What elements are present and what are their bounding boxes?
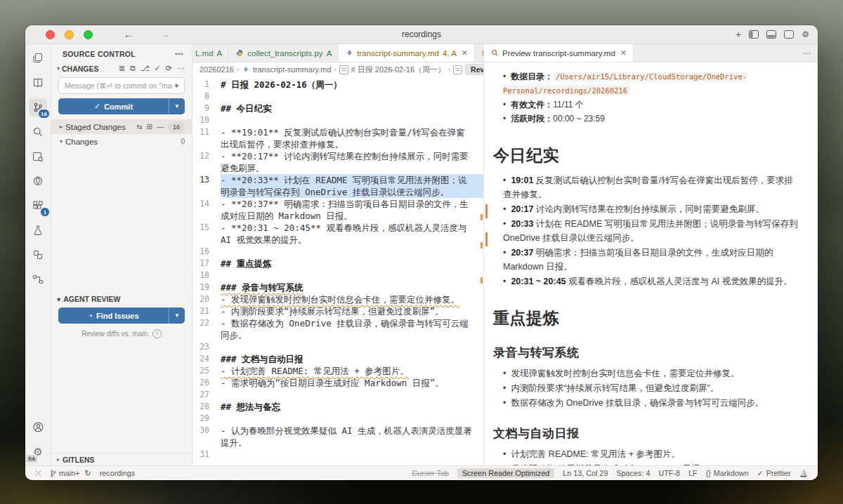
toggle-primary-sidebar-icon[interactable] <box>749 30 759 39</box>
line-text[interactable]: ### 文档与自动日报 <box>221 353 483 365</box>
editor-line[interactable]: 9## 今日纪实 <box>192 102 483 114</box>
statusbar-item-markdown[interactable]: {}Markdown <box>702 466 753 480</box>
breadcrumb-file[interactable]: transcript-summary.md <box>253 65 332 74</box>
line-number[interactable]: 27 <box>192 389 221 401</box>
open-editors-preview-icon[interactable] <box>29 147 47 166</box>
editor-line[interactable]: 29 <box>192 413 483 425</box>
breadcrumb-folder[interactable]: 20260216 <box>200 65 234 74</box>
extensions-icon[interactable]: 1 <box>29 197 47 215</box>
line-text[interactable]: ## 重点提炼 <box>221 258 483 270</box>
open-changes-icon[interactable]: ⧉ <box>130 64 136 73</box>
line-number[interactable]: 30 <box>192 425 221 437</box>
tab-transcript-summary[interactable]: transcript-summary.md 4, A ✕ <box>339 44 475 62</box>
editor-line[interactable]: 14- **20:37** 明确需求：扫描当前项目各日期目录的文件，生成对应日期… <box>192 198 483 222</box>
line-text[interactable]: - 内测阶段要求“持续展示转写结果，但避免过度刷屏”。 <box>221 305 483 317</box>
line-number[interactable]: 28 <box>192 401 221 413</box>
notifications-bell-icon[interactable]: 🔔 <box>795 466 812 480</box>
commit-dropdown-button[interactable]: ▼ <box>169 98 185 114</box>
statusbar-item-prettier[interactable]: ✓Prettier <box>753 466 795 480</box>
editor-line[interactable]: 18 <box>192 270 483 281</box>
editor-line[interactable]: 12- **20:17** 讨论内测转写结果在控制台持续展示，同时需要避免刷屏。 <box>192 150 483 174</box>
line-text[interactable]: - 认为春晚部分视觉效果疑似 AI 生成，机器人表演灵活度显著提升。 <box>221 425 483 449</box>
editor-line[interactable]: 22- 数据存储改为 OneDrive 挂载目录，确保录音与转写可云端同步。 <box>192 317 483 341</box>
line-number[interactable]: 13 <box>192 174 221 186</box>
statusbar-item-cursor-tab[interactable]: Cursor Tab <box>407 466 453 480</box>
openai-chat-icon[interactable] <box>29 172 47 190</box>
git-branch-status[interactable]: main+ ↻ <box>46 466 96 480</box>
line-number[interactable]: 20 <box>192 293 221 305</box>
editor-line[interactable]: 16 <box>192 246 483 258</box>
line-text[interactable]: - 计划完善 README: 常见用法 + 参考图片。 <box>221 365 483 377</box>
editor-content[interactable]: 1# 日报 2026-02-16（周一）89## 今日纪实1011- **19:… <box>192 77 483 465</box>
line-text[interactable]: - **20:17** 讨论内测转写结果在控制台持续展示，同时需要避免刷屏。 <box>221 150 483 174</box>
editor-line[interactable]: 26- 需求明确为“按日期目录生成对应 Markdown 日报”。 <box>192 377 483 389</box>
remote-indicator[interactable]: ⤫ <box>31 466 46 480</box>
markdown-preview-content[interactable]: 数据目录：/Users/air15/Library/CloudStorage/O… <box>484 62 818 465</box>
line-text[interactable]: ## 想法与备忘 <box>221 401 483 413</box>
commit-graph-icon[interactable]: ⎇ <box>140 64 150 73</box>
line-number[interactable]: 12 <box>192 150 221 162</box>
editor-line[interactable]: 20- 发现弹窗触发时控制台实时信息会卡住，需要定位并修复。 <box>192 293 483 305</box>
layout-settings-gear-icon[interactable]: ⚙ <box>802 29 809 39</box>
search-icon[interactable] <box>29 123 47 141</box>
line-number[interactable]: 8 <box>192 91 221 102</box>
view-as-list-icon[interactable]: ≣ <box>119 64 125 73</box>
editor-line[interactable]: 1# 日报 2026-02-16（周一） <box>192 79 483 91</box>
line-text[interactable]: ## 今日纪实 <box>221 102 483 114</box>
tab-lmd[interactable]: L.md A <box>192 44 229 62</box>
review-next-file-button[interactable]: Review Next File <box>465 64 483 75</box>
line-number[interactable]: 24 <box>192 353 221 365</box>
statusbar-item-ln-13-col-29[interactable]: Ln 13, Col 29 <box>558 466 612 480</box>
statusbar-item-utf-8[interactable]: UTF-8 <box>654 466 684 480</box>
editor-line[interactable]: 23 <box>192 341 483 353</box>
workflow-icon[interactable] <box>29 270 47 289</box>
line-text[interactable]: - **19:01** 反复测试后确认控制台实时音量/转写会在弹窗出现后暂停，要… <box>221 126 483 150</box>
agent-review-header[interactable]: ▾ AGENT REVIEW <box>51 295 192 307</box>
line-text[interactable]: - **20:33** 计划在 README 写明项目常见用法并附图；说明录音与… <box>221 174 483 198</box>
refresh-icon[interactable]: ⟳ <box>166 64 172 73</box>
close-tab-icon[interactable]: ✕ <box>620 48 627 58</box>
line-text[interactable]: ### 录音与转写系统 <box>221 281 483 293</box>
line-text[interactable]: - 发现弹窗触发时控制台实时信息会卡住，需要定位并修复。 <box>221 293 483 305</box>
statusbar-item-screen-reader-optimized[interactable]: Screen Reader Optimized <box>453 466 558 480</box>
line-number[interactable]: 25 <box>192 365 221 377</box>
editor-line[interactable]: 19### 录音与转写系统 <box>192 281 483 293</box>
unstage-all-icon[interactable]: ⇆ <box>136 123 142 131</box>
line-number[interactable]: 16 <box>192 246 221 258</box>
preview-more-actions-icon[interactable]: ⋯ <box>802 48 811 58</box>
stash-icon[interactable]: ⊞ <box>147 123 152 131</box>
line-text[interactable]: - **20:31 ~ 20:45** 观看春晚片段，感叹机器人灵活度与 AI … <box>221 222 483 246</box>
editor-line[interactable]: 25- 计划完善 README: 常见用法 + 参考图片。 <box>192 365 483 377</box>
gitlens-section[interactable]: ▸ GITLENS <box>51 453 192 465</box>
toggle-secondary-sidebar-icon[interactable] <box>784 30 794 39</box>
settings-gear-icon[interactable]: ⚙ SA <box>29 443 47 461</box>
line-number[interactable]: 19 <box>192 281 221 293</box>
editor-line[interactable]: 21- 内测阶段要求“持续展示转写结果，但避免过度刷屏”。 <box>192 305 483 317</box>
tab-collect-transcripts[interactable]: collect_transcripts.py A <box>229 44 339 62</box>
line-number[interactable]: 23 <box>192 341 221 353</box>
line-number[interactable]: 22 <box>192 317 221 329</box>
line-number[interactable]: 11 <box>192 126 221 138</box>
source-control-icon[interactable]: 16 <box>29 98 47 117</box>
dependencies-boxes-icon[interactable] <box>29 246 47 264</box>
editor-line[interactable]: 8 <box>192 91 483 102</box>
toggle-panel-icon[interactable] <box>766 30 776 39</box>
commit-check-icon[interactable]: ✓ <box>155 64 161 73</box>
explorer-icon[interactable] <box>29 49 47 67</box>
help-icon[interactable]: ? <box>152 329 162 338</box>
changes-more-icon[interactable]: ⋯ <box>177 64 185 73</box>
editor-line[interactable]: 24### 文档与自动日报 <box>192 353 483 365</box>
commit-button[interactable]: ✓ Commit <box>58 98 169 114</box>
line-number[interactable]: 18 <box>192 270 221 281</box>
line-number[interactable]: 29 <box>192 413 221 425</box>
line-number[interactable]: 10 <box>192 114 221 126</box>
docs-book-icon[interactable] <box>29 74 47 92</box>
editor-line[interactable]: 28## 想法与备忘 <box>192 401 483 413</box>
close-tab-icon[interactable]: ✕ <box>462 48 468 58</box>
testing-beaker-icon[interactable] <box>29 221 47 239</box>
statusbar-item-lf[interactable]: LF <box>684 466 702 480</box>
editor-line[interactable]: 27 <box>192 389 483 401</box>
line-number[interactable]: 15 <box>192 222 221 234</box>
line-number[interactable]: 26 <box>192 377 221 389</box>
line-text[interactable]: - **20:37** 明确需求：扫描当前项目各日期目录的文件，生成对应日期的 … <box>221 198 483 222</box>
